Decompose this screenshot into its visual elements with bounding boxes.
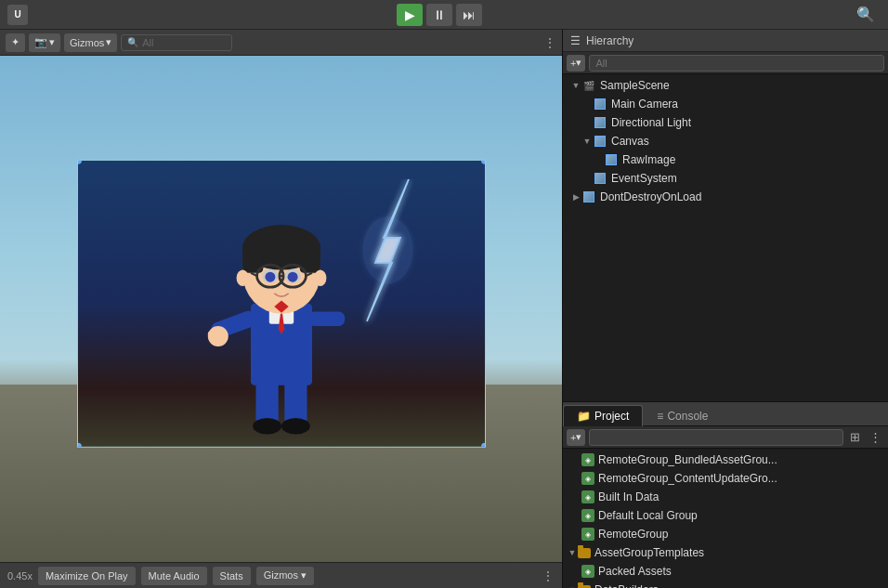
builtin-label: Built In Data xyxy=(598,490,659,503)
project-item-packedassets[interactable]: ◈ Packed Assets xyxy=(563,562,888,581)
gizmos-arrow-icon: ▾ xyxy=(106,36,111,48)
scene-search-text: All xyxy=(142,37,153,48)
remotebundled-label: RemoteGroup_BundledAssetGrou... xyxy=(598,453,777,466)
camera-button[interactable]: 📷 ▾ xyxy=(29,33,60,52)
gizmos-status-button[interactable]: Gizmos ▾ xyxy=(256,567,314,585)
maincamera-label: Main Camera xyxy=(611,98,678,111)
samplescene-scene-icon: 🎬 xyxy=(581,78,596,93)
scene-search: 🔍 All xyxy=(121,34,232,51)
hierarchy-header: ☰ Hierarchy xyxy=(563,30,888,52)
hierarchy-panel-icon: ☰ xyxy=(570,34,581,47)
tab-project[interactable]: 📁 Project xyxy=(563,405,643,426)
project-item-remotebundled[interactable]: ◈ RemoteGroup_BundledAssetGrou... xyxy=(563,451,888,469)
hierarchy-item-canvas[interactable]: ▼ Canvas xyxy=(563,132,888,150)
camera-dropdown-icon: ▾ xyxy=(49,36,55,48)
rawimage-label: RawImage xyxy=(622,153,675,166)
maximize-on-play-button[interactable]: Maximize On Play xyxy=(38,567,136,585)
svg-point-4 xyxy=(253,418,281,435)
builtin-asset-icon: ◈ xyxy=(581,490,594,503)
hierarchy-item-rawimage[interactable]: RawImage xyxy=(563,150,888,169)
gizmos-dropdown[interactable]: Gizmos ▾ xyxy=(64,33,117,52)
pause-button[interactable]: ⏸ xyxy=(426,4,452,26)
tools-button[interactable]: ✦ xyxy=(6,33,25,52)
canvas-cube-icon xyxy=(593,134,607,149)
hierarchy-panel: ☰ Hierarchy + ▾ ▼ 🎬 SampleScene xyxy=(563,30,888,402)
right-panel: ☰ Hierarchy + ▾ ▼ 🎬 SampleScene xyxy=(563,30,888,588)
step-button[interactable]: ⏭ xyxy=(456,4,482,26)
hierarchy-item-maincamera[interactable]: Main Camera xyxy=(563,95,888,113)
scene-toolbar: ✦ 📷 ▾ Gizmos ▾ 🔍 All ⋮ xyxy=(0,30,562,56)
handle-top-right[interactable] xyxy=(481,159,486,163)
hierarchy-search-input[interactable] xyxy=(589,55,884,72)
project-more-button[interactable]: ⋮ xyxy=(867,430,884,444)
canvas-arrow-icon: ▼ xyxy=(581,137,593,146)
svg-rect-10 xyxy=(207,331,224,337)
project-item-remotecontentupdate[interactable]: ◈ RemoteGroup_ContentUpdateGro... xyxy=(563,469,888,488)
packedassets-label: Packed Assets xyxy=(598,565,672,578)
game-content xyxy=(78,160,485,446)
scene-status-more-button[interactable]: ⋮ xyxy=(542,568,555,583)
project-tab-label: Project xyxy=(594,410,629,423)
scene-status-bar: 0.45x Maximize On Play Mute Audio Stats … xyxy=(0,562,562,588)
hierarchy-toolbar: + ▾ xyxy=(563,52,888,74)
mute-audio-button[interactable]: Mute Audio xyxy=(141,567,207,585)
search-button[interactable]: 🔍 xyxy=(851,4,881,25)
hierarchy-title: Hierarchy xyxy=(586,34,633,47)
hierarchy-item-dontdestroyonload[interactable]: ▶ DontDestroyOnLoad xyxy=(563,188,888,206)
play-button[interactable]: ▶ xyxy=(397,4,423,26)
console-tab-label: Console xyxy=(667,410,708,423)
project-tab-icon: 📁 xyxy=(577,410,591,423)
defaultlocal-label: Default Local Group xyxy=(598,509,698,522)
databuilders-folder-icon xyxy=(578,585,591,589)
eventsystem-label: EventSystem xyxy=(611,172,677,185)
project-item-builtin[interactable]: ◈ Built In Data xyxy=(563,488,888,506)
project-panel: 📁 Project ≡ Console + ▾ ⊞ ⋮ xyxy=(563,402,888,588)
main-content: ✦ 📷 ▾ Gizmos ▾ 🔍 All ⋮ xyxy=(0,30,888,588)
handle-bottom-left[interactable] xyxy=(77,442,82,447)
remotecontentupdate-asset-icon: ◈ xyxy=(581,472,594,485)
top-bar: U ▶ ⏸ ⏭ 🔍 xyxy=(0,0,888,30)
handle-bottom-right[interactable] xyxy=(481,442,486,447)
console-tab-icon: ≡ xyxy=(657,410,663,423)
packedassets-asset-icon: ◈ xyxy=(581,565,594,578)
gizmos-status-arrow: ▾ xyxy=(301,569,307,581)
camera-icon: 📷 xyxy=(34,36,47,48)
scene-search-icon: 🔍 xyxy=(127,37,138,47)
playback-controls: ▶ ⏸ ⏭ xyxy=(397,4,482,26)
hierarchy-add-button[interactable]: + ▾ xyxy=(567,55,585,72)
svg-point-0 xyxy=(362,216,412,283)
defaultlocal-asset-icon: ◈ xyxy=(581,509,594,522)
dontdestroyonload-label: DontDestroyOnLoad xyxy=(600,190,701,203)
zoom-level: 0.45x xyxy=(7,570,33,581)
project-item-assetgrouptemplates[interactable]: ▼ AssetGroupTemplates xyxy=(563,543,888,562)
dontdestroyonload-cube-icon xyxy=(581,189,596,204)
project-content: ◈ RemoteGroup_BundledAssetGrou... ◈ Remo… xyxy=(563,449,888,588)
svg-point-24 xyxy=(287,271,297,281)
project-tabs: 📁 Project ≡ Console xyxy=(563,402,888,426)
stats-button[interactable]: Stats xyxy=(213,567,251,585)
rawimage-cube-icon xyxy=(604,152,619,167)
project-search-input[interactable] xyxy=(589,429,843,446)
svg-point-23 xyxy=(265,271,275,281)
project-item-defaultlocal[interactable]: ◈ Default Local Group xyxy=(563,506,888,525)
hierarchy-item-directionallight[interactable]: Directional Light xyxy=(563,113,888,132)
remotecontentupdate-label: RemoteGroup_ContentUpdateGro... xyxy=(598,472,777,485)
assetgrouptemplates-folder-icon xyxy=(578,548,591,558)
project-item-remote[interactable]: ◈ RemoteGroup xyxy=(563,525,888,543)
project-add-button[interactable]: + ▾ xyxy=(567,429,585,446)
lightning-effect xyxy=(336,178,448,346)
scene-view[interactable] xyxy=(0,56,562,562)
project-item-databuilders[interactable]: ▼ DataBuilders xyxy=(563,581,888,588)
scene-toolbar-more-button[interactable]: ⋮ xyxy=(543,35,556,50)
top-bar-right: 🔍 xyxy=(851,4,881,25)
hierarchy-item-samplescene[interactable]: ▼ 🎬 SampleScene xyxy=(563,76,888,95)
directionallight-label: Directional Light xyxy=(611,116,691,129)
svg-point-5 xyxy=(281,418,310,435)
project-layout-button[interactable]: ⊞ xyxy=(847,430,863,444)
scene-panel: ✦ 📷 ▾ Gizmos ▾ 🔍 All ⋮ xyxy=(0,30,563,588)
assetgrouptemplates-label: AssetGroupTemplates xyxy=(594,546,704,559)
remote-asset-icon: ◈ xyxy=(581,528,594,541)
hierarchy-item-eventsystem[interactable]: EventSystem xyxy=(563,169,888,188)
tab-console[interactable]: ≡ Console xyxy=(643,405,722,426)
hierarchy-content: ▼ 🎬 SampleScene Main Camera Directional xyxy=(563,74,888,401)
